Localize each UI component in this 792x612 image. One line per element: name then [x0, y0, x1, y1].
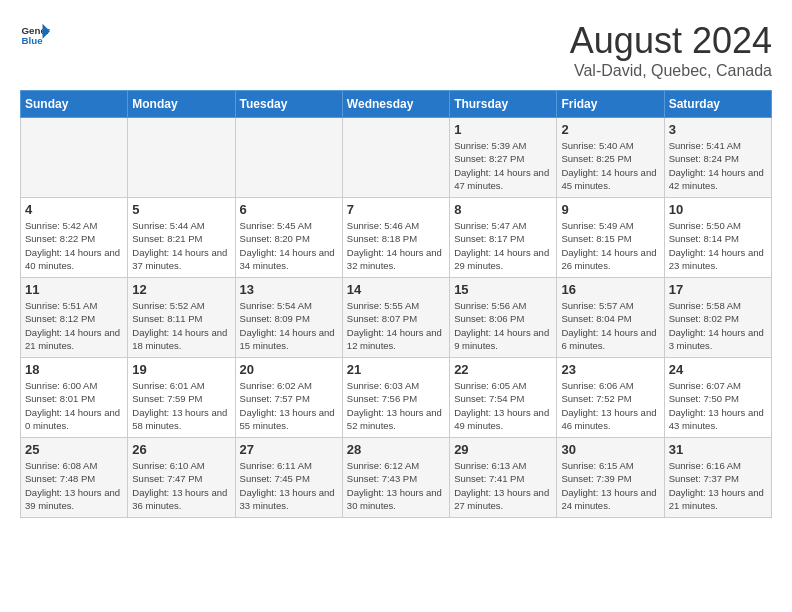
calendar-week-row: 11Sunrise: 5:51 AM Sunset: 8:12 PM Dayli…: [21, 278, 772, 358]
page-title: August 2024: [570, 20, 772, 62]
calendar-week-row: 25Sunrise: 6:08 AM Sunset: 7:48 PM Dayli…: [21, 438, 772, 518]
calendar-day-cell: 20Sunrise: 6:02 AM Sunset: 7:57 PM Dayli…: [235, 358, 342, 438]
calendar-week-row: 4Sunrise: 5:42 AM Sunset: 8:22 PM Daylig…: [21, 198, 772, 278]
day-number: 21: [347, 362, 445, 377]
calendar-day-cell: 31Sunrise: 6:16 AM Sunset: 7:37 PM Dayli…: [664, 438, 771, 518]
calendar-day-cell: 9Sunrise: 5:49 AM Sunset: 8:15 PM Daylig…: [557, 198, 664, 278]
day-info: Sunrise: 5:46 AM Sunset: 8:18 PM Dayligh…: [347, 219, 445, 272]
page-subtitle: Val-David, Quebec, Canada: [570, 62, 772, 80]
calendar-day-cell: 7Sunrise: 5:46 AM Sunset: 8:18 PM Daylig…: [342, 198, 449, 278]
day-info: Sunrise: 5:44 AM Sunset: 8:21 PM Dayligh…: [132, 219, 230, 272]
day-info: Sunrise: 6:11 AM Sunset: 7:45 PM Dayligh…: [240, 459, 338, 512]
day-info: Sunrise: 5:58 AM Sunset: 8:02 PM Dayligh…: [669, 299, 767, 352]
day-number: 24: [669, 362, 767, 377]
day-info: Sunrise: 5:45 AM Sunset: 8:20 PM Dayligh…: [240, 219, 338, 272]
calendar-day-cell: [342, 118, 449, 198]
day-number: 17: [669, 282, 767, 297]
day-number: 9: [561, 202, 659, 217]
day-number: 25: [25, 442, 123, 457]
day-of-week-header: Wednesday: [342, 91, 449, 118]
calendar-day-cell: [21, 118, 128, 198]
day-info: Sunrise: 5:39 AM Sunset: 8:27 PM Dayligh…: [454, 139, 552, 192]
calendar-day-cell: 19Sunrise: 6:01 AM Sunset: 7:59 PM Dayli…: [128, 358, 235, 438]
day-number: 13: [240, 282, 338, 297]
calendar-table: SundayMondayTuesdayWednesdayThursdayFrid…: [20, 90, 772, 518]
day-number: 3: [669, 122, 767, 137]
day-of-week-header: Sunday: [21, 91, 128, 118]
day-info: Sunrise: 5:40 AM Sunset: 8:25 PM Dayligh…: [561, 139, 659, 192]
day-info: Sunrise: 6:13 AM Sunset: 7:41 PM Dayligh…: [454, 459, 552, 512]
day-number: 7: [347, 202, 445, 217]
calendar-day-cell: 2Sunrise: 5:40 AM Sunset: 8:25 PM Daylig…: [557, 118, 664, 198]
day-info: Sunrise: 6:15 AM Sunset: 7:39 PM Dayligh…: [561, 459, 659, 512]
logo: General Blue: [20, 20, 50, 50]
calendar-header: SundayMondayTuesdayWednesdayThursdayFrid…: [21, 91, 772, 118]
day-number: 28: [347, 442, 445, 457]
day-info: Sunrise: 5:50 AM Sunset: 8:14 PM Dayligh…: [669, 219, 767, 272]
day-info: Sunrise: 6:01 AM Sunset: 7:59 PM Dayligh…: [132, 379, 230, 432]
logo-icon: General Blue: [20, 20, 50, 50]
day-info: Sunrise: 6:06 AM Sunset: 7:52 PM Dayligh…: [561, 379, 659, 432]
calendar-day-cell: 21Sunrise: 6:03 AM Sunset: 7:56 PM Dayli…: [342, 358, 449, 438]
calendar-day-cell: 30Sunrise: 6:15 AM Sunset: 7:39 PM Dayli…: [557, 438, 664, 518]
day-number: 22: [454, 362, 552, 377]
calendar-day-cell: 16Sunrise: 5:57 AM Sunset: 8:04 PM Dayli…: [557, 278, 664, 358]
calendar-day-cell: 3Sunrise: 5:41 AM Sunset: 8:24 PM Daylig…: [664, 118, 771, 198]
day-info: Sunrise: 5:41 AM Sunset: 8:24 PM Dayligh…: [669, 139, 767, 192]
day-of-week-header: Thursday: [450, 91, 557, 118]
title-area: August 2024 Val-David, Quebec, Canada: [570, 20, 772, 80]
day-number: 12: [132, 282, 230, 297]
day-number: 18: [25, 362, 123, 377]
calendar-day-cell: 17Sunrise: 5:58 AM Sunset: 8:02 PM Dayli…: [664, 278, 771, 358]
day-info: Sunrise: 5:49 AM Sunset: 8:15 PM Dayligh…: [561, 219, 659, 272]
day-number: 26: [132, 442, 230, 457]
calendar-day-cell: 22Sunrise: 6:05 AM Sunset: 7:54 PM Dayli…: [450, 358, 557, 438]
calendar-day-cell: 23Sunrise: 6:06 AM Sunset: 7:52 PM Dayli…: [557, 358, 664, 438]
day-number: 23: [561, 362, 659, 377]
day-info: Sunrise: 6:10 AM Sunset: 7:47 PM Dayligh…: [132, 459, 230, 512]
calendar-day-cell: 26Sunrise: 6:10 AM Sunset: 7:47 PM Dayli…: [128, 438, 235, 518]
calendar-day-cell: 12Sunrise: 5:52 AM Sunset: 8:11 PM Dayli…: [128, 278, 235, 358]
calendar-body: 1Sunrise: 5:39 AM Sunset: 8:27 PM Daylig…: [21, 118, 772, 518]
day-number: 4: [25, 202, 123, 217]
calendar-day-cell: 11Sunrise: 5:51 AM Sunset: 8:12 PM Dayli…: [21, 278, 128, 358]
calendar-day-cell: 8Sunrise: 5:47 AM Sunset: 8:17 PM Daylig…: [450, 198, 557, 278]
calendar-day-cell: 10Sunrise: 5:50 AM Sunset: 8:14 PM Dayli…: [664, 198, 771, 278]
day-of-week-header: Saturday: [664, 91, 771, 118]
day-number: 31: [669, 442, 767, 457]
calendar-day-cell: [235, 118, 342, 198]
day-info: Sunrise: 6:12 AM Sunset: 7:43 PM Dayligh…: [347, 459, 445, 512]
day-info: Sunrise: 6:03 AM Sunset: 7:56 PM Dayligh…: [347, 379, 445, 432]
calendar-day-cell: 18Sunrise: 6:00 AM Sunset: 8:01 PM Dayli…: [21, 358, 128, 438]
day-number: 14: [347, 282, 445, 297]
day-info: Sunrise: 6:00 AM Sunset: 8:01 PM Dayligh…: [25, 379, 123, 432]
day-info: Sunrise: 6:07 AM Sunset: 7:50 PM Dayligh…: [669, 379, 767, 432]
day-info: Sunrise: 5:52 AM Sunset: 8:11 PM Dayligh…: [132, 299, 230, 352]
calendar-day-cell: 28Sunrise: 6:12 AM Sunset: 7:43 PM Dayli…: [342, 438, 449, 518]
day-number: 10: [669, 202, 767, 217]
day-info: Sunrise: 5:51 AM Sunset: 8:12 PM Dayligh…: [25, 299, 123, 352]
calendar-day-cell: [128, 118, 235, 198]
day-number: 15: [454, 282, 552, 297]
day-number: 30: [561, 442, 659, 457]
days-of-week-row: SundayMondayTuesdayWednesdayThursdayFrid…: [21, 91, 772, 118]
day-number: 8: [454, 202, 552, 217]
day-number: 11: [25, 282, 123, 297]
calendar-week-row: 18Sunrise: 6:00 AM Sunset: 8:01 PM Dayli…: [21, 358, 772, 438]
day-number: 2: [561, 122, 659, 137]
day-info: Sunrise: 5:54 AM Sunset: 8:09 PM Dayligh…: [240, 299, 338, 352]
day-info: Sunrise: 5:47 AM Sunset: 8:17 PM Dayligh…: [454, 219, 552, 272]
day-info: Sunrise: 6:05 AM Sunset: 7:54 PM Dayligh…: [454, 379, 552, 432]
calendar-day-cell: 15Sunrise: 5:56 AM Sunset: 8:06 PM Dayli…: [450, 278, 557, 358]
svg-text:Blue: Blue: [22, 35, 44, 46]
day-of-week-header: Tuesday: [235, 91, 342, 118]
day-number: 20: [240, 362, 338, 377]
day-number: 6: [240, 202, 338, 217]
day-number: 16: [561, 282, 659, 297]
day-info: Sunrise: 6:02 AM Sunset: 7:57 PM Dayligh…: [240, 379, 338, 432]
calendar-day-cell: 27Sunrise: 6:11 AM Sunset: 7:45 PM Dayli…: [235, 438, 342, 518]
day-info: Sunrise: 5:42 AM Sunset: 8:22 PM Dayligh…: [25, 219, 123, 272]
day-info: Sunrise: 6:08 AM Sunset: 7:48 PM Dayligh…: [25, 459, 123, 512]
day-number: 5: [132, 202, 230, 217]
calendar-day-cell: 14Sunrise: 5:55 AM Sunset: 8:07 PM Dayli…: [342, 278, 449, 358]
